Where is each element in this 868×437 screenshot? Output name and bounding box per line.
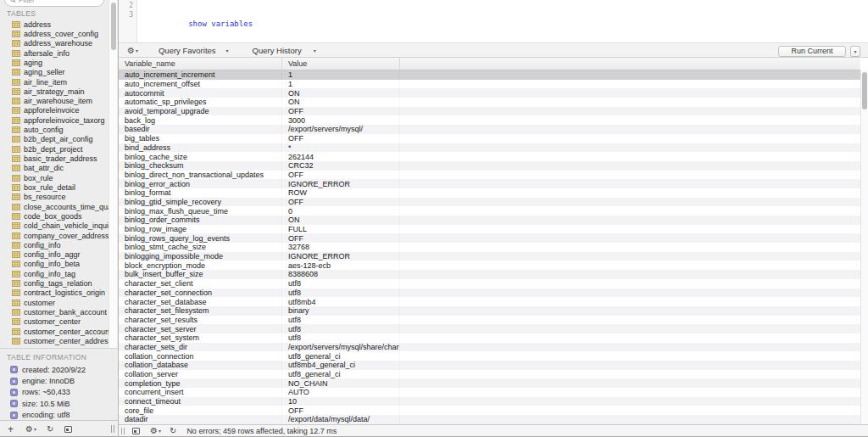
column-header-variable-name[interactable]: Variable_name	[119, 58, 282, 70]
sidebar-table-item[interactable]: bs_resource	[0, 193, 108, 202]
result-row[interactable]: binlog_stmt_cache_size 32768	[119, 243, 860, 252]
sidebar-table-item[interactable]: appforeleinvoice_taxorg	[0, 115, 108, 125]
query-favorites-dropdown[interactable]: Query Favorites	[159, 46, 216, 55]
sidebar-table-item[interactable]: b2b_dept_air_config	[0, 135, 108, 144]
result-row[interactable]: big_tables OFF	[119, 134, 860, 143]
result-row[interactable]: bind_address *	[119, 143, 860, 153]
result-row[interactable]: binlog_rows_query_log_events OFF	[119, 233, 860, 243]
sidebar-table-item[interactable]: box_rule_detail	[0, 182, 108, 192]
table-icon	[12, 338, 20, 345]
sidebar-table-item[interactable]: basic_trader_address	[0, 154, 108, 163]
sidebar-table-item[interactable]: config_info	[0, 240, 108, 249]
sidebar-table-item[interactable]: address_warehouse	[0, 39, 108, 48]
result-pane-icon[interactable]	[132, 428, 140, 434]
sidebar-table-item[interactable]: config_info_tag	[0, 269, 108, 278]
pane-resize-handle[interactable]	[111, 425, 114, 433]
result-row[interactable]: core_file OFF	[119, 406, 860, 415]
sidebar-table-item[interactable]: air_line_item	[0, 77, 108, 87]
result-row[interactable]: binlog_format ROW	[119, 188, 860, 198]
sidebar-table-item[interactable]: cold_chain_vehicle_inquiry	[0, 221, 108, 231]
sidebar-table-item[interactable]: customer_center_address	[0, 336, 108, 345]
query-settings-button[interactable]: ⚙ ▾	[127, 46, 138, 55]
result-row[interactable]: character_set_system utf8	[119, 333, 860, 343]
sidebar-table-item[interactable]: code_box_goods	[0, 211, 108, 221]
sidebar-table-item[interactable]: air_strategy_main	[0, 87, 108, 96]
add-table-button[interactable]: +	[8, 423, 14, 435]
query-editor[interactable]: 2 3 show variables	[119, 0, 868, 42]
result-row[interactable]: basedir /export/servers/mysql/	[119, 125, 860, 134]
result-row[interactable]: character_set_results utf8	[119, 316, 860, 325]
query-history-dropdown[interactable]: Query History	[253, 46, 302, 55]
result-row[interactable]: binlog_gtid_simple_recovery OFF	[119, 198, 860, 207]
result-row[interactable]: bulk_insert_buffer_size 8388608	[119, 270, 860, 279]
run-current-button[interactable]: Run Current	[778, 46, 846, 57]
result-row[interactable]: binlog_max_flush_queue_time 0	[119, 206, 860, 216]
result-row[interactable]: character_set_connection utf8	[119, 289, 860, 298]
sidebar-table-item[interactable]: company_cover_address	[0, 231, 108, 240]
result-row[interactable]: collation_database utf8mb4_general_ci	[119, 361, 860, 370]
sidebar-table-item[interactable]: contract_logistics_origin	[0, 289, 108, 298]
reload-results-button[interactable]: ↻	[170, 426, 176, 435]
pane-resize-handle[interactable]	[121, 428, 125, 434]
sidebar-table-item[interactable]: address	[0, 20, 108, 29]
sidebar-scrollbar[interactable]	[108, 0, 117, 348]
column-header-value[interactable]: Value	[282, 58, 400, 70]
result-row[interactable]: binlog_cache_size 262144	[119, 152, 860, 161]
sidebar-table-item[interactable]: config_info_beta	[0, 260, 108, 269]
table-filter-input[interactable]: Filter	[4, 0, 104, 7]
result-row[interactable]: binlog_direct_non_transactional_updates …	[119, 171, 860, 180]
sidebar-table-item[interactable]: box_rule	[0, 173, 108, 182]
sidebar-table-item[interactable]: aftersale_info	[0, 48, 108, 58]
result-row[interactable]: binlogging_impossible_mode IGNORE_ERROR	[119, 252, 860, 261]
result-row[interactable]: automatic_sp_privileges ON	[119, 98, 860, 107]
results-scrollbar[interactable]	[860, 70, 868, 424]
result-row[interactable]: binlog_checksum CRC32	[119, 161, 860, 171]
sidebar: Filter TABLES address	[0, 0, 119, 437]
result-row[interactable]: binlog_row_image FULL	[119, 225, 860, 234]
result-row[interactable]: avoid_temporal_upgrade OFF	[119, 107, 860, 116]
run-options-dropdown[interactable]: ▾	[850, 46, 860, 57]
result-row[interactable]: connect_timeout 10	[119, 397, 860, 406]
result-row[interactable]: autocommit ON	[119, 88, 860, 98]
sidebar-table-item[interactable]: customer_center	[0, 317, 108, 327]
result-row[interactable]: character_set_database utf8mb4	[119, 297, 860, 306]
result-row[interactable]: auto_increment_offset 1	[119, 80, 860, 89]
sidebar-table-item[interactable]: air_warehouse_item	[0, 97, 108, 106]
result-row[interactable]: datadir /export/data/mysql/data/	[119, 415, 860, 424]
chevron-down-icon[interactable]: ▾	[226, 48, 229, 53]
table-actions-button[interactable]: ⚙ ▾	[25, 424, 36, 434]
result-row[interactable]: binlog_error_action IGNORE_ERROR	[119, 179, 860, 188]
result-row[interactable]: concurrent_insert AUTO	[119, 388, 860, 397]
sidebar-scrollbar-thumb[interactable]	[111, 3, 116, 50]
sidebar-table-item[interactable]: aging_seller	[0, 68, 108, 77]
sidebar-table-item[interactable]: appforeleinvoice	[0, 106, 108, 115]
sidebar-table-item[interactable]: aging	[0, 58, 108, 67]
sidebar-table-item[interactable]: address_cover_config	[0, 29, 108, 38]
sidebar-table-item[interactable]: bat_attr_dic	[0, 164, 108, 173]
sidebar-table-item[interactable]: b2b_dept_project	[0, 144, 108, 154]
sidebar-table-item[interactable]: customer_bank_account	[0, 307, 108, 317]
result-actions-button[interactable]: ⚙ ▾	[150, 426, 161, 435]
result-row[interactable]: character_set_server utf8	[119, 324, 860, 333]
result-row[interactable]: character_sets_dir /export/servers/mysql…	[119, 343, 860, 352]
result-row[interactable]: completion_type NO_CHAIN	[119, 378, 860, 388]
editor-code[interactable]: show variables	[138, 1, 868, 20]
refresh-tables-button[interactable]: ↻	[47, 424, 53, 434]
result-row[interactable]: character_set_client utf8	[119, 279, 860, 289]
sidebar-table-item[interactable]: auto_config	[0, 125, 108, 134]
sidebar-table-item[interactable]: config_tags_relation	[0, 278, 108, 288]
result-row[interactable]: collation_connection utf8_general_ci	[119, 351, 860, 361]
sidebar-table-item[interactable]: close_accounts_time_quantum	[0, 202, 108, 211]
result-row[interactable]: back_log 3000	[119, 115, 860, 125]
sidebar-table-item[interactable]: config_info_aggr	[0, 250, 108, 260]
result-row[interactable]: block_encryption_mode aes-128-ecb	[119, 261, 860, 270]
console-pane-icon[interactable]	[64, 426, 72, 433]
sidebar-table-item[interactable]: customer_center_account	[0, 327, 108, 336]
chevron-down-icon[interactable]: ▾	[314, 48, 316, 53]
result-row[interactable]: collation_server utf8_general_ci	[119, 370, 860, 379]
result-row[interactable]: auto_increment_increment 1	[119, 70, 860, 80]
result-row[interactable]: character_set_filesystem binary	[119, 306, 860, 316]
result-row[interactable]: binlog_order_commits ON	[119, 216, 860, 225]
sidebar-table-item[interactable]: customer	[0, 298, 108, 307]
results-scrollbar-thumb[interactable]	[862, 72, 867, 109]
